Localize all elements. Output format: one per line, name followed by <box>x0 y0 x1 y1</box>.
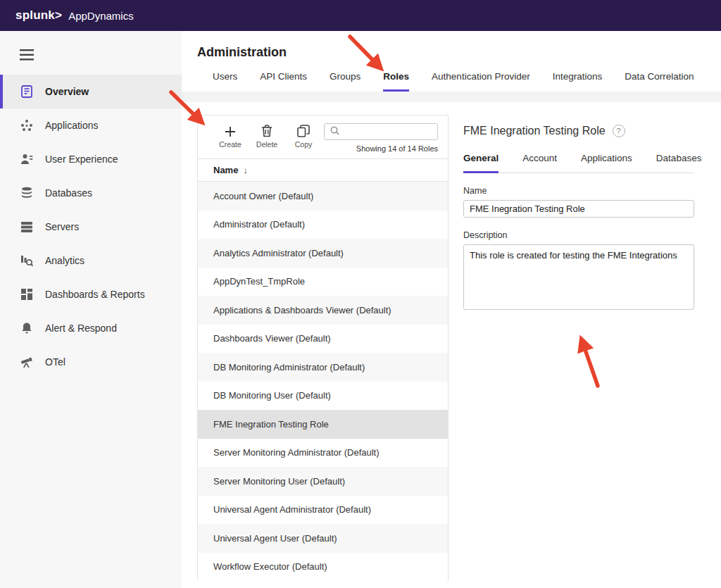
page: splunk> AppDynamics Overview <box>0 0 721 588</box>
sidebar-item-applications[interactable]: Applications <box>0 108 182 142</box>
plus-icon <box>225 123 236 137</box>
analytics-icon <box>20 254 34 267</box>
sidebar-nav: Overview Applications User Experience <box>0 75 182 379</box>
divider-band <box>182 92 721 102</box>
sidebar-item-label: Applications <box>45 120 99 131</box>
sidebar-item-user-experience[interactable]: User Experience <box>0 142 182 176</box>
tab-databases[interactable]: Databases <box>656 153 702 173</box>
sidebar-item-label: OTel <box>45 356 65 368</box>
copy-icon <box>297 123 310 137</box>
overview-icon <box>20 85 34 98</box>
role-row[interactable]: Universal Agent Administrator (Default) <box>198 496 448 525</box>
role-title: FME Inegration Testing Role <box>463 125 606 137</box>
roles-search-input[interactable] <box>344 127 432 137</box>
role-row[interactable]: Server Monitoring User (Default) <box>198 467 448 496</box>
roles-rows: Account Owner (Default) Administrator (D… <box>198 182 448 581</box>
role-row[interactable]: Universal Agent User (Default) <box>198 524 448 553</box>
delete-button[interactable]: Delete <box>250 123 284 149</box>
name-header-label: Name <box>213 165 238 175</box>
role-row[interactable]: Analytics Administrator (Default) <box>198 239 448 268</box>
role-row[interactable]: Workflow Executor (Default) <box>198 553 448 582</box>
trash-icon <box>261 123 272 137</box>
role-row[interactable]: Account Owner (Default) <box>198 182 448 211</box>
sidebar-item-servers[interactable]: Servers <box>0 210 182 244</box>
product-name: AppDynamics <box>68 10 134 22</box>
sidebar-item-label: Databases <box>45 187 92 199</box>
roles-list-panel: Create Delete Copy <box>197 115 449 581</box>
user-icon <box>20 153 34 165</box>
create-button[interactable]: Create <box>213 123 247 149</box>
splunk-logo: splunk> <box>15 8 62 23</box>
sort-desc-icon: ↓ <box>243 165 248 175</box>
role-title-row: FME Inegration Testing Role ? <box>463 125 694 137</box>
sidebar-item-label: Overview <box>45 86 89 97</box>
role-name-input[interactable] <box>463 200 694 218</box>
role-row[interactable]: DB Monitoring Administrator (Default) <box>198 353 448 382</box>
role-description-input[interactable]: This role is created for testing the FME… <box>463 244 694 310</box>
create-button-label: Create <box>219 140 242 149</box>
sidebar-item-alert-respond[interactable]: Alert & Respond <box>0 311 182 345</box>
tab-integrations[interactable]: Integrations <box>553 71 603 92</box>
sidebar-item-label: Dashboards & Reports <box>45 289 145 300</box>
tab-users[interactable]: Users <box>213 71 237 92</box>
menu-toggle-button[interactable] <box>0 31 42 63</box>
delete-button-label: Delete <box>256 140 277 149</box>
sidebar-item-label: Analytics <box>45 255 84 266</box>
role-row[interactable]: AppDynTest_TmpRole <box>198 268 448 296</box>
roles-table: Name ↓ Account Owner (Default) Administr… <box>198 159 448 581</box>
tab-account[interactable]: Account <box>522 153 557 173</box>
role-detail-tabs: General Account Applications Databases <box>463 153 694 173</box>
copy-button[interactable]: Copy <box>287 123 320 149</box>
database-icon <box>20 187 34 199</box>
main-area: Administration Users API Clients Groups … <box>182 31 721 588</box>
bell-icon <box>20 322 34 334</box>
name-label: Name <box>463 186 694 196</box>
role-row[interactable]: Administrator (Default) <box>198 211 448 239</box>
hamburger-icon <box>20 51 34 63</box>
copy-button-label: Copy <box>295 140 313 149</box>
role-detail-panel: FME Inegration Testing Role ? General Ac… <box>463 115 721 581</box>
name-column-header[interactable]: Name ↓ <box>198 159 448 182</box>
tab-applications[interactable]: Applications <box>581 153 632 173</box>
roles-count: Showing 14 of 14 Roles <box>356 144 438 153</box>
sidebar: Overview Applications User Experience <box>0 31 182 588</box>
body: Overview Applications User Experience <box>0 31 721 588</box>
sidebar-item-label: Alert & Respond <box>45 323 117 334</box>
sidebar-item-otel[interactable]: OTel <box>0 345 182 379</box>
description-label: Description <box>463 230 694 240</box>
applications-icon <box>20 119 34 132</box>
roles-search[interactable] <box>324 123 438 140</box>
sidebar-item-label: Servers <box>45 221 79 232</box>
role-row[interactable]: DB Monitoring User (Default) <box>198 382 448 411</box>
telescope-icon <box>20 356 34 368</box>
admin-tabs: Users API Clients Groups Roles Authentic… <box>213 71 721 92</box>
sidebar-item-overview[interactable]: Overview <box>0 75 182 108</box>
tab-groups[interactable]: Groups <box>330 71 360 92</box>
dashboards-icon <box>20 288 34 301</box>
tab-api-clients[interactable]: API Clients <box>260 71 307 92</box>
sidebar-item-label: User Experience <box>45 154 118 165</box>
top-bar: splunk> AppDynamics <box>0 0 721 31</box>
roles-toolbar: Create Delete Copy <box>198 115 448 159</box>
sidebar-item-dashboards-reports[interactable]: Dashboards & Reports <box>0 277 182 311</box>
tab-authentication-provider[interactable]: Authentication Provider <box>432 71 530 92</box>
page-title: Administration <box>197 45 721 60</box>
tab-data-correlation[interactable]: Data Correlation <box>625 71 694 92</box>
server-icon <box>20 220 34 233</box>
role-row-selected[interactable]: FME Inegration Testing Role <box>198 410 448 439</box>
role-row[interactable]: Server Monitoring Administrator (Default… <box>198 439 448 468</box>
help-icon[interactable]: ? <box>613 125 625 137</box>
search-icon <box>330 125 339 138</box>
sidebar-item-analytics[interactable]: Analytics <box>0 244 182 277</box>
search-area: Showing 14 of 14 Roles <box>324 123 438 153</box>
sidebar-item-databases[interactable]: Databases <box>0 176 182 210</box>
role-row[interactable]: Applications & Dashboards Viewer (Defaul… <box>198 296 448 325</box>
roles-content: Create Delete Copy <box>182 102 721 581</box>
role-row[interactable]: Dashboards Viewer (Default) <box>198 325 448 354</box>
tab-roles[interactable]: Roles <box>383 71 409 92</box>
tab-general[interactable]: General <box>463 153 499 173</box>
